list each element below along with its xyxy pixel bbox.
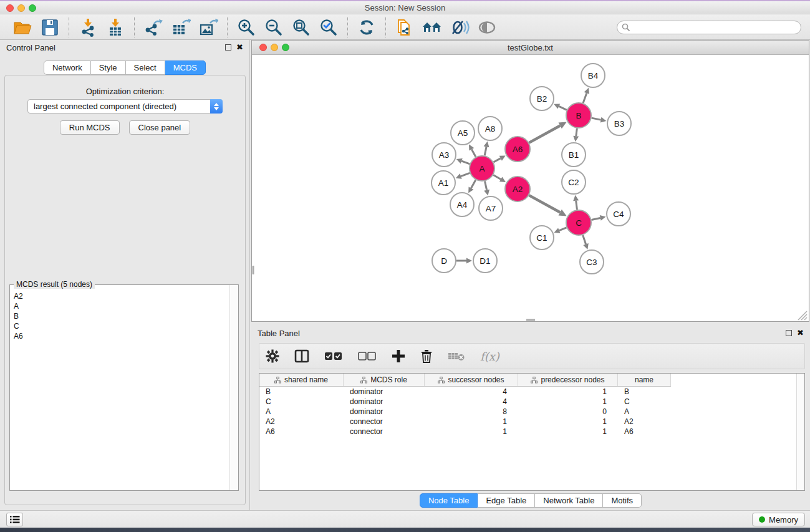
memory-button[interactable]: Memory <box>752 513 805 526</box>
graph-edge-A-A1[interactable] <box>461 173 470 176</box>
table-cell[interactable]: 8 <box>425 407 518 416</box>
table-cell[interactable]: A <box>259 407 344 416</box>
table-cell[interactable]: 0 <box>518 407 618 416</box>
graph-edge-A-A5[interactable] <box>471 149 476 157</box>
table-row[interactable]: A2connector11A2 <box>259 417 671 427</box>
float-panel-icon[interactable] <box>225 44 231 51</box>
mcds-result-item[interactable]: A <box>14 301 23 311</box>
zoom-in-button[interactable] <box>233 17 260 38</box>
table-cell[interactable]: dominator <box>344 397 425 406</box>
resize-grip-icon[interactable] <box>801 314 807 320</box>
delete-column-button[interactable] <box>420 347 433 365</box>
zoom-selected-button[interactable] <box>315 17 342 38</box>
table-tab-node-table[interactable]: Node Table <box>420 493 478 508</box>
mcds-result-item[interactable]: C <box>14 321 23 331</box>
graph-edge-B-B4[interactable] <box>583 93 587 103</box>
birdseye-home-button[interactable] <box>418 17 446 38</box>
graph-edge-B-B3[interactable] <box>592 118 601 120</box>
graph-edge-C-C2[interactable] <box>576 201 577 210</box>
table-cell[interactable]: B <box>618 387 671 396</box>
table-cell[interactable]: A6 <box>618 427 671 436</box>
graph-edge-C-C3[interactable] <box>583 235 586 244</box>
table-cell[interactable]: 1 <box>518 427 618 436</box>
graph-edge-A-A4[interactable] <box>471 180 475 188</box>
table-row[interactable]: Bdominator41B <box>259 387 671 397</box>
graph-edge-C-C1[interactable] <box>559 228 567 231</box>
mcds-result-item[interactable]: A6 <box>14 331 23 341</box>
graph-edge-A6-B[interactable] <box>529 125 560 142</box>
result-scrollbar[interactable] <box>229 285 238 490</box>
table-row[interactable]: A6connector11A6 <box>259 427 671 437</box>
tab-mcds[interactable]: MCDS <box>165 60 206 75</box>
table-tab-network-table[interactable]: Network Table <box>535 493 603 508</box>
run-mcds-button[interactable]: Run MCDS <box>60 120 120 135</box>
table-cell[interactable]: C <box>259 397 344 406</box>
table-cell[interactable]: 1 <box>425 417 518 426</box>
close-table-panel-icon[interactable]: ✖ <box>797 330 804 336</box>
refresh-layout-button[interactable] <box>353 17 380 38</box>
mcds-result-item[interactable]: B <box>14 311 23 321</box>
table-cell[interactable]: A <box>618 407 671 416</box>
column-header-name[interactable]: name <box>618 374 671 386</box>
table-cell[interactable]: A2 <box>259 417 344 426</box>
table-tab-motifs[interactable]: Motifs <box>603 493 642 508</box>
export-image-button[interactable] <box>195 17 222 38</box>
hide-details-eye-button[interactable] <box>473 17 501 38</box>
table-cell[interactable]: C <box>618 397 671 406</box>
open-file-button[interactable] <box>9 17 36 38</box>
table-cell[interactable]: connector <box>344 427 425 436</box>
split-columns-button[interactable] <box>294 347 309 365</box>
close-panel-button[interactable]: Close panel <box>129 120 191 135</box>
graph-edge-C-C4[interactable] <box>592 218 600 220</box>
table-cell[interactable]: 1 <box>518 397 618 406</box>
import-network-button[interactable] <box>74 17 102 38</box>
search-input[interactable] <box>617 21 801 34</box>
graphics-details-button[interactable] <box>446 17 473 38</box>
table-scrollbar[interactable] <box>796 374 804 490</box>
graph-edge-B-B1[interactable] <box>576 128 577 136</box>
graph-edge-A-A6[interactable] <box>493 158 500 162</box>
graph-edge-A-A7[interactable] <box>485 181 486 190</box>
show-panels-list-button[interactable] <box>6 513 23 526</box>
table-cell[interactable]: 1 <box>425 427 518 436</box>
destroy-table-button[interactable] <box>448 347 465 365</box>
select-all-button[interactable] <box>324 347 343 365</box>
column-header-MCDS-role[interactable]: MCDS role <box>344 374 425 386</box>
table-cell[interactable]: 1 <box>518 387 618 396</box>
table-cell[interactable]: 4 <box>425 397 518 406</box>
export-network-button[interactable] <box>140 17 167 38</box>
table-cell[interactable]: A6 <box>259 427 344 436</box>
table-cell[interactable]: dominator <box>344 407 425 416</box>
float-table-panel-icon[interactable] <box>786 330 792 336</box>
table-cell[interactable]: A2 <box>618 417 671 426</box>
table-cell[interactable]: 4 <box>425 387 518 396</box>
export-table-button[interactable] <box>167 17 195 38</box>
table-row[interactable]: Adominator80A <box>259 407 671 417</box>
function-builder-button[interactable]: f(x) <box>480 347 499 365</box>
zoom-out-button[interactable] <box>260 17 287 38</box>
table-cell[interactable]: 1 <box>518 417 618 426</box>
network-graph-canvas[interactable]: B4B2BB3A8A5A6A3B1AC2A1A2A4A7C4CC1DD1C3 <box>252 55 809 321</box>
mcds-result-item[interactable]: A2 <box>14 291 23 301</box>
table-row[interactable]: Cdominator41C <box>259 397 671 407</box>
column-header-shared-name[interactable]: shared name <box>259 374 344 386</box>
graph-edge-A-A3[interactable] <box>461 161 470 164</box>
table-cell[interactable]: B <box>259 387 344 396</box>
duplicate-network-button[interactable] <box>391 17 418 38</box>
tab-select[interactable]: Select <box>126 60 165 75</box>
column-header-predecessor-nodes[interactable]: predecessor nodes <box>518 374 618 386</box>
table-cell[interactable]: connector <box>344 417 425 426</box>
zoom-fit-button[interactable] <box>287 17 315 38</box>
table-settings-button[interactable] <box>266 347 279 365</box>
resize-grip-icon[interactable] <box>804 317 807 320</box>
table-tab-edge-table[interactable]: Edge Table <box>478 493 535 508</box>
save-session-button[interactable] <box>36 17 64 38</box>
close-panel-icon[interactable]: ✖ <box>236 44 243 51</box>
add-column-button[interactable] <box>392 347 405 365</box>
tab-network[interactable]: Network <box>44 60 91 75</box>
graph-edge-A-A2[interactable] <box>493 175 501 180</box>
graph-edge-A-A8[interactable] <box>485 147 486 155</box>
import-table-button[interactable] <box>102 17 129 38</box>
graph-edge-A2-C[interactable] <box>529 195 560 212</box>
tab-style[interactable]: Style <box>91 60 126 75</box>
